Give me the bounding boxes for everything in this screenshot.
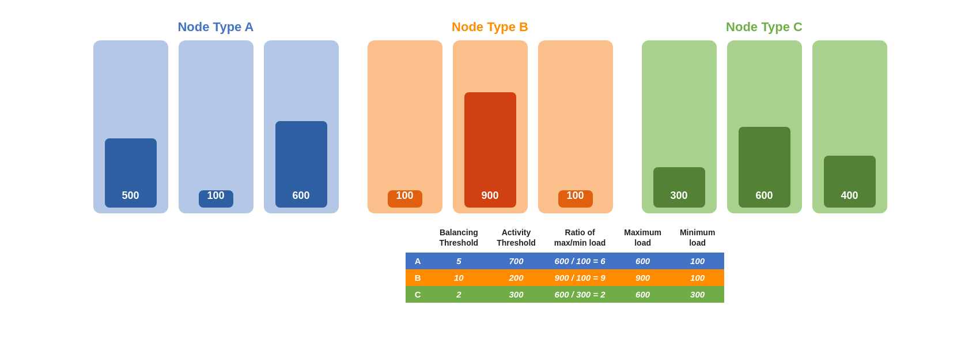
bar-inner: 400	[824, 156, 876, 208]
bar-wrapper-b-0: 100	[368, 40, 442, 213]
table-cell-2-2: 300	[487, 286, 545, 303]
bar-inner: 100	[558, 190, 593, 208]
bar-inner: 600	[275, 121, 327, 208]
bar-value-label: 900	[476, 187, 503, 204]
table-row-b: B10200900 / 100 = 9900100	[406, 269, 725, 286]
node-group-label-b: Node Type B	[452, 20, 528, 35]
bar-outer: 500	[93, 40, 168, 213]
node-group-bars-b: 100900100	[368, 40, 613, 213]
bar-value-label: 500	[117, 187, 143, 204]
bar-outer: 400	[812, 40, 887, 213]
bar-inner: 300	[653, 167, 705, 208]
table-row-a: A5700600 / 100 = 6600100	[406, 253, 725, 269]
bar-outer: 600	[727, 40, 802, 213]
table-section: BalancingThresholdActivityThresholdRatio…	[256, 225, 725, 303]
table-cell-1-0: B	[406, 269, 430, 286]
bar-inner: 500	[105, 138, 157, 208]
table-header-1: BalancingThreshold	[430, 225, 488, 253]
bar-outer: 300	[642, 40, 717, 213]
table-header-2: ActivityThreshold	[487, 225, 545, 253]
table-cell-1-2: 200	[487, 269, 545, 286]
node-group-c: Node Type C300600400	[642, 20, 887, 213]
bar-value-label: 100	[562, 187, 588, 204]
table-cell-2-4: 600	[615, 286, 671, 303]
bar-wrapper-a-0: 500	[93, 40, 168, 213]
bar-outer: 100	[538, 40, 613, 213]
table-cell-0-2: 700	[487, 253, 545, 269]
bar-outer: 600	[264, 40, 339, 213]
bar-inner: 600	[739, 127, 790, 208]
table-row-c: C2300600 / 300 = 2600300	[406, 286, 725, 303]
bar-outer: 100	[368, 40, 442, 213]
node-group-bars-a: 500100600	[93, 40, 339, 213]
table-cell-1-1: 10	[430, 269, 488, 286]
bar-value-label: 600	[287, 187, 314, 204]
table-cell-2-3: 600 / 300 = 2	[545, 286, 615, 303]
bar-wrapper-b-2: 100	[538, 40, 613, 213]
bar-value-label: 400	[836, 187, 862, 204]
node-group-label-a: Node Type A	[177, 20, 253, 35]
bar-wrapper-a-2: 600	[264, 40, 339, 213]
node-group-b: Node Type B100900100	[368, 20, 613, 213]
table-cell-1-4: 900	[615, 269, 671, 286]
data-table: BalancingThresholdActivityThresholdRatio…	[406, 225, 725, 303]
node-group-label-c: Node Type C	[726, 20, 803, 35]
table-cell-1-3: 900 / 100 = 9	[545, 269, 615, 286]
bar-inner: 900	[464, 92, 516, 208]
bar-value-label: 100	[202, 187, 229, 204]
table-cell-2-0: C	[406, 286, 430, 303]
bar-outer: 900	[453, 40, 528, 213]
bar-wrapper-c-2: 400	[812, 40, 887, 213]
table-cell-2-1: 2	[430, 286, 488, 303]
table-header-row: BalancingThresholdActivityThresholdRatio…	[406, 225, 725, 253]
table-cell-0-4: 600	[615, 253, 671, 269]
table-header-5: Minimumload	[671, 225, 724, 253]
table-cell-0-5: 100	[671, 253, 724, 269]
bar-value-label: 100	[391, 187, 418, 204]
bar-wrapper-c-0: 300	[642, 40, 717, 213]
bar-value-label: 300	[665, 187, 692, 204]
bar-wrapper-b-1: 900	[453, 40, 528, 213]
bar-outer: 100	[179, 40, 253, 213]
bar-wrapper-a-1: 100	[179, 40, 253, 213]
table-header-4: Maximumload	[615, 225, 671, 253]
table-cell-1-5: 100	[671, 269, 724, 286]
table-cell-0-0: A	[406, 253, 430, 269]
chart-area: Node Type A500100600Node Type B100900100…	[0, 6, 980, 213]
table-cell-0-3: 600 / 100 = 6	[545, 253, 615, 269]
node-group-bars-c: 300600400	[642, 40, 887, 213]
table-cell-0-1: 5	[430, 253, 488, 269]
table-header-0	[406, 225, 430, 253]
table-header-3: Ratio ofmax/min load	[545, 225, 615, 253]
bar-wrapper-c-1: 600	[727, 40, 802, 213]
main-container: Node Type A500100600Node Type B100900100…	[0, 0, 980, 350]
table-body: A5700600 / 100 = 6600100B10200900 / 100 …	[406, 253, 725, 303]
bar-inner: 100	[388, 190, 422, 208]
node-group-a: Node Type A500100600	[93, 20, 339, 213]
bar-value-label: 600	[751, 187, 777, 204]
bar-inner: 100	[199, 190, 233, 208]
table-cell-2-5: 300	[671, 286, 724, 303]
